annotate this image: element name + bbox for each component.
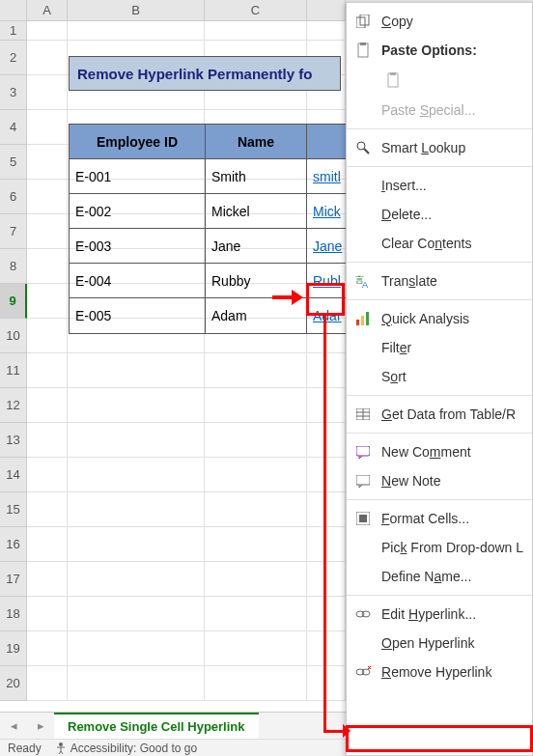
row-header[interactable]: 5: [0, 145, 27, 180]
menu-separator: [347, 433, 532, 434]
row-header[interactable]: 18: [0, 597, 27, 631]
paste-default-icon[interactable]: [381, 69, 405, 92]
menu-smart-lookup[interactable]: Smart Lookup: [347, 133, 532, 162]
row-header[interactable]: 19: [0, 631, 27, 666]
menu-remove-hyperlink[interactable]: Remove Hyperlink: [347, 658, 532, 686]
table-header-id[interactable]: Employee ID: [70, 125, 206, 159]
menu-pick-dropdown[interactable]: Pick From Drop-down L: [347, 533, 532, 562]
comment-icon: [354, 443, 372, 461]
cell-name[interactable]: Jane: [206, 229, 307, 264]
menu-copy[interactable]: Copy: [347, 7, 532, 36]
menu-get-data-table[interactable]: Get Data from Table/R: [347, 400, 532, 429]
cell-link[interactable]: smitl: [307, 159, 346, 194]
cell-id[interactable]: E-004: [70, 264, 206, 298]
svg-rect-10: [356, 320, 359, 325]
row-header[interactable]: 17: [0, 562, 27, 597]
menu-edit-hyperlink[interactable]: Edit Hyperlink...: [347, 600, 532, 629]
sheet-tab-bar: ◂ ▸ Remove Single Cell Hyperlink: [0, 712, 348, 739]
menu-separator: [347, 128, 532, 129]
menu-filter[interactable]: Filter: [347, 333, 532, 362]
menu-open-hyperlink[interactable]: Open Hyperlink: [347, 629, 532, 658]
search-icon: [354, 139, 372, 156]
menu-new-comment[interactable]: New Comment: [347, 437, 532, 466]
translate-icon: 言A: [354, 272, 372, 290]
menu-separator: [347, 299, 532, 300]
menu-separator: [347, 262, 532, 263]
row-header[interactable]: 20: [0, 666, 27, 701]
format-icon: [354, 510, 372, 527]
cell-id[interactable]: E-001: [70, 159, 206, 194]
svg-point-27: [59, 742, 63, 746]
paste-options-icons: [347, 65, 532, 96]
col-header-b[interactable]: B: [68, 0, 205, 20]
cell-name[interactable]: Smith: [206, 159, 307, 194]
row-header[interactable]: 16: [0, 527, 27, 562]
col-header-c[interactable]: C: [205, 0, 307, 20]
table-row: E-004 Rubby Rubl: [70, 264, 346, 298]
annotation-arrow-icon: [343, 724, 351, 738]
row-header[interactable]: 14: [0, 458, 27, 492]
menu-clear-contents[interactable]: Clear Contents: [347, 229, 532, 258]
row-header[interactable]: 4: [0, 110, 27, 145]
svg-rect-2: [358, 43, 368, 57]
svg-text:A: A: [362, 280, 368, 289]
row-header-selected[interactable]: 9: [0, 284, 27, 319]
copy-icon: [354, 13, 372, 30]
svg-rect-3: [360, 42, 366, 45]
svg-rect-11: [361, 316, 364, 325]
row-header[interactable]: 6: [0, 180, 27, 214]
menu-translate[interactable]: 言A Translate: [347, 266, 532, 295]
row-header[interactable]: 13: [0, 423, 27, 458]
row-header[interactable]: 10: [0, 319, 27, 353]
accessibility-icon: [55, 742, 67, 754]
remove-link-icon: [354, 663, 372, 681]
cell-link[interactable]: Mick: [307, 194, 346, 229]
svg-rect-5: [390, 72, 396, 75]
col-header-d[interactable]: [307, 0, 346, 20]
tab-nav-prev-icon[interactable]: ◂: [0, 718, 27, 733]
svg-rect-12: [366, 312, 369, 325]
menu-define-name[interactable]: Define Name...: [347, 562, 532, 591]
menu-delete[interactable]: Delete...: [347, 200, 532, 229]
tab-nav-next-icon[interactable]: ▸: [27, 718, 54, 733]
row-header[interactable]: 12: [0, 388, 27, 423]
cell-link[interactable]: Rubl: [307, 264, 346, 298]
row-header[interactable]: 3: [0, 75, 27, 110]
status-bar: Ready Accessibility: Good to go: [0, 739, 348, 756]
svg-rect-18: [356, 475, 370, 485]
col-header-a[interactable]: A: [27, 0, 68, 20]
menu-new-note[interactable]: New Note: [347, 466, 532, 495]
table-row: E-003 Jane Jane: [70, 229, 346, 264]
cell-id[interactable]: E-002: [70, 194, 206, 229]
svg-point-22: [362, 611, 370, 617]
page-title: Remove Hyperlink Permanently fo: [69, 56, 341, 91]
annotation-arrow-icon: [272, 288, 304, 307]
row-header[interactable]: 1: [0, 21, 27, 41]
row-header[interactable]: 2: [0, 41, 27, 75]
link-icon: [354, 605, 372, 623]
svg-point-24: [362, 669, 370, 675]
row-header[interactable]: 7: [0, 214, 27, 249]
menu-separator: [347, 395, 532, 396]
cell-id[interactable]: E-005: [70, 298, 206, 333]
menu-sort[interactable]: Sort: [347, 362, 532, 391]
row-header[interactable]: 11: [0, 353, 27, 388]
data-table: Employee ID Name E-001 Smith smitl E-002…: [69, 124, 347, 334]
cell-link[interactable]: Adar: [307, 298, 346, 333]
row-header[interactable]: 8: [0, 249, 27, 284]
menu-quick-analysis[interactable]: Quick Analysis: [347, 304, 532, 333]
table-header-email[interactable]: [307, 125, 346, 159]
status-accessibility[interactable]: Accessibility: Good to go: [55, 742, 197, 755]
menu-format-cells[interactable]: Format Cells...: [347, 504, 532, 533]
select-all-corner[interactable]: [0, 0, 27, 20]
sheet-tab-active[interactable]: Remove Single Cell Hyperlink: [54, 713, 259, 740]
menu-paste-special[interactable]: Paste Special...: [347, 96, 532, 125]
cell-id[interactable]: E-003: [70, 229, 206, 264]
menu-insert[interactable]: Insert...: [347, 171, 532, 200]
table-row: E-002 Mickel Mick: [70, 194, 346, 229]
cell-link[interactable]: Jane: [307, 229, 346, 264]
svg-point-6: [357, 142, 365, 150]
row-header[interactable]: 15: [0, 492, 27, 527]
cell-name[interactable]: Mickel: [206, 194, 307, 229]
table-header-name[interactable]: Name: [206, 125, 307, 159]
